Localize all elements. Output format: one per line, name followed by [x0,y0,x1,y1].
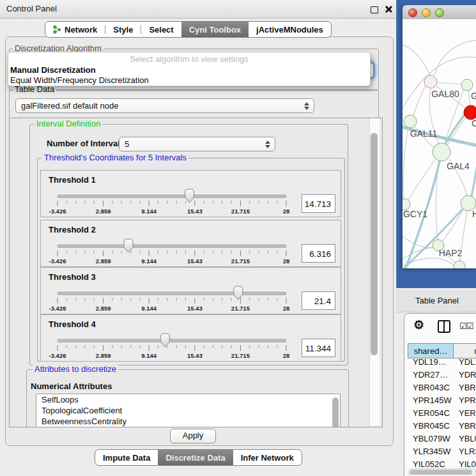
table-cell[interactable]: YBL0 [454,433,476,445]
tab-cyni-toolbox[interactable]: Cyni Toolbox [181,22,249,37]
network-canvas[interactable]: GAL80GCGAL11GAL4GCY1HHAP2 [403,19,476,268]
threshold-value-field-2[interactable]: 6.316 [302,244,335,263]
tab-network[interactable]: Network [45,22,105,37]
slider-track[interactable] [58,339,286,342]
slider-thumb-3[interactable] [234,286,243,300]
table-row[interactable]: YBR045CYBR0 [408,420,476,433]
attributes-group-title: Attributes to discretize [33,365,118,374]
slider-track[interactable] [58,245,286,248]
network-edge [437,82,461,84]
table-cell[interactable]: YBL079W [408,433,454,445]
bottom-tab-impute-data[interactable]: Impute Data [95,450,158,465]
tick-label: 21.715 [231,352,250,359]
threshold-slider-3[interactable]: -3.4262.8599.14415.4321.71528 [41,268,341,314]
network-edge [434,40,476,75]
table-cell[interactable]: YBR043C [408,381,454,394]
table-cell[interactable]: YPR145W [408,394,454,407]
table-row[interactable]: YLR345WYLR3 [408,445,476,458]
slider-thumb-2[interactable] [124,239,133,252]
table-cell[interactable]: YBR0 [454,381,476,394]
table-cell[interactable]: YDL1 [454,356,476,369]
threshold-value-field-1[interactable]: 14.713 [302,194,335,213]
table-row[interactable]: YBR043CYBR0 [408,381,476,394]
table-cell[interactable]: YER054C [408,407,454,420]
tick-label: 15.43 [187,305,203,312]
checkbox-icons[interactable]: ☑☑ [459,321,473,331]
apply-button[interactable]: Apply [170,429,216,443]
table-data-combobox[interactable]: galFiltered.sif default node [15,98,314,113]
minimize-traffic-light-icon[interactable] [422,8,431,17]
network-node-c[interactable] [464,105,476,119]
table-row[interactable]: YPR145WYPR1 [408,394,476,407]
gear-icon[interactable]: ⚙ [413,319,424,332]
tab-network-label: Network [65,25,97,35]
bottom-tab-infer-network[interactable]: Infer Network [233,450,302,465]
table-row[interactable]: YBL079WYBL0 [408,433,476,445]
attribute-item-topologicalcoefficient[interactable]: TopologicalCoefficient [36,405,340,416]
threshold-panel-2: Threshold 2-3.4262.8599.14415.4321.71528… [40,220,341,267]
algorithm-option-manual-discretization[interactable]: Manual Discretization [10,65,96,75]
network-edge [468,91,470,105]
table-row[interactable]: YER054CYER0 [408,407,476,420]
numerical-attributes-heading: Numerical Attributes [31,381,112,391]
tick-label: 2.859 [96,208,111,215]
table-cell[interactable]: YER0 [454,407,476,420]
network-node-gal80[interactable] [424,75,437,88]
network-node-node-b[interactable] [454,261,465,268]
attributes-scrollbar-thumb[interactable] [332,397,339,427]
combo-stepper-icon[interactable] [304,102,309,110]
slider-thumb-1[interactable] [185,189,194,203]
network-window-titlebar[interactable] [403,5,476,20]
threshold-slider-2[interactable]: -3.4262.8599.14415.4321.71528 [41,220,341,266]
threshold-slider-1[interactable]: -3.4262.8599.14415.4321.71528 [41,171,341,217]
bottom-tab-discretize-data[interactable]: Discretize Data [158,450,233,465]
tab-select[interactable]: Select [141,22,181,37]
table-row[interactable]: YDR27…YDR2 [408,369,476,381]
table-cell[interactable]: YDR27… [408,369,454,381]
tab-jactivemnodules[interactable]: jActiveMNodules [249,22,331,37]
slider-thumb-4[interactable] [160,334,169,347]
table-hscrollbar-track[interactable] [408,468,476,476]
table-hscrollbar-thumb[interactable] [410,470,472,475]
threshold-value-field-3[interactable]: 21.4 [302,291,335,310]
table-data-title: Table Data [13,85,56,94]
close-traffic-light-icon[interactable] [408,8,417,17]
float-window-icon[interactable] [371,6,378,13]
table-data-combobox-value: galFiltered.sif default node [21,101,118,111]
threshold-value-field-4[interactable]: 11.344 [302,339,335,357]
threshold-panel-3: Threshold 3-3.4262.8599.14415.4321.71528… [40,267,341,314]
table-row[interactable]: YDL19…YDL1 [408,356,476,369]
close-icon[interactable] [384,5,392,13]
combo-stepper-icon[interactable] [265,141,270,148]
tab-style[interactable]: Style [105,22,141,37]
columns-icon[interactable] [438,320,450,333]
table-cell[interactable]: YBR0 [454,420,476,433]
slider-track[interactable] [58,292,286,295]
network-node-label-g: G [471,91,476,101]
algorithm-option-equal-width-frequency-discretization[interactable]: Equal Width/Frequency Discretization [10,75,149,85]
zoom-traffic-light-icon[interactable] [435,8,444,17]
table-cell[interactable]: YLR345W [408,445,454,458]
attribute-item-selfloops[interactable]: SelfLoops [36,394,340,405]
slider-track[interactable] [58,195,286,198]
numerical-attributes-list[interactable]: SelfLoopsTopologicalCoefficientBetweenne… [36,394,341,427]
attribute-item-betweennesscentrality[interactable]: BetweennessCentrality [36,416,340,427]
tick-label: 9.144 [141,208,157,215]
table-cell[interactable]: YLR3 [454,445,476,458]
number-of-intervals-combobox[interactable]: 5 [119,137,275,151]
table-cell[interactable]: YDR2 [454,369,476,381]
table-cell[interactable]: YPR1 [454,394,476,407]
top-tab-bar: NetworkStyleSelectCyni ToolboxjActiveMNo… [45,21,332,38]
threshold-slider-4[interactable]: -3.4262.8599.14415.4321.71528 [41,315,341,361]
network-node-g[interactable] [461,79,473,91]
network-edge [403,45,431,75]
table-cell[interactable]: YDL19… [408,356,454,369]
table-cell[interactable]: YBR045C [408,420,454,433]
tick-label: -3.426 [49,352,66,359]
network-edge [472,167,476,196]
settings-scrollbar-thumb[interactable] [371,133,378,355]
tick-label: 21.715 [231,305,250,312]
network-node-gal11[interactable] [404,115,417,128]
network-node-gal4[interactable] [433,143,450,161]
tick-label: 2.859 [96,352,111,359]
